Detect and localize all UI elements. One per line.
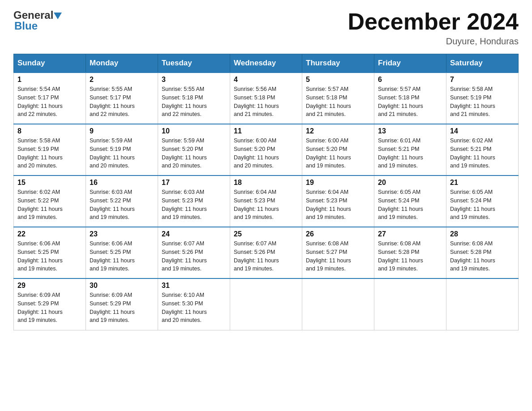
day-number: 7 [450,76,515,84]
day-number: 27 [378,230,442,238]
day-info: Sunrise: 6:02 AMSunset: 5:21 PMDaylight:… [450,137,515,170]
calendar-day-cell: 16Sunrise: 6:03 AMSunset: 5:22 PMDayligh… [86,176,158,227]
day-info: Sunrise: 6:03 AMSunset: 5:23 PMDaylight:… [162,188,226,222]
calendar-day-cell: 2Sunrise: 5:55 AMSunset: 5:17 PMDaylight… [86,73,158,124]
calendar-day-cell: 19Sunrise: 6:04 AMSunset: 5:23 PMDayligh… [302,176,374,227]
calendar-day-cell [302,278,374,330]
day-number: 16 [90,179,154,187]
calendar-day-cell: 10Sunrise: 5:59 AMSunset: 5:20 PMDayligh… [158,124,230,176]
day-info: Sunrise: 5:55 AMSunset: 5:18 PMDaylight:… [162,85,226,119]
day-number: 20 [378,179,442,187]
calendar-day-cell: 31Sunrise: 6:10 AMSunset: 5:30 PMDayligh… [158,278,230,330]
weekday-header: Monday [86,54,158,73]
day-number: 18 [234,179,298,187]
calendar-week-row: 22Sunrise: 6:06 AMSunset: 5:25 PMDayligh… [14,227,519,278]
calendar-day-cell: 9Sunrise: 5:59 AMSunset: 5:19 PMDaylight… [86,124,158,176]
calendar-day-cell: 15Sunrise: 6:02 AMSunset: 5:22 PMDayligh… [14,176,86,227]
day-info: Sunrise: 6:01 AMSunset: 5:21 PMDaylight:… [378,137,442,170]
calendar-day-cell: 25Sunrise: 6:07 AMSunset: 5:26 PMDayligh… [230,227,302,278]
calendar-day-cell: 7Sunrise: 5:58 AMSunset: 5:19 PMDaylight… [446,73,519,124]
location-text: Duyure, Honduras [348,36,519,47]
calendar-day-cell: 30Sunrise: 6:09 AMSunset: 5:29 PMDayligh… [86,278,158,330]
day-info: Sunrise: 6:07 AMSunset: 5:26 PMDaylight:… [234,240,298,273]
day-number: 15 [17,179,82,187]
calendar-day-cell: 14Sunrise: 6:02 AMSunset: 5:21 PMDayligh… [446,124,519,176]
calendar-week-row: 8Sunrise: 5:58 AMSunset: 5:19 PMDaylight… [14,124,519,176]
day-number: 24 [162,230,226,238]
calendar-day-cell: 8Sunrise: 5:58 AMSunset: 5:19 PMDaylight… [14,124,86,176]
day-info: Sunrise: 5:58 AMSunset: 5:19 PMDaylight:… [450,85,515,119]
day-info: Sunrise: 6:00 AMSunset: 5:20 PMDaylight:… [306,137,370,170]
day-number: 30 [90,282,154,290]
day-number: 28 [450,230,515,238]
calendar-day-cell: 1Sunrise: 5:54 AMSunset: 5:17 PMDaylight… [14,73,86,124]
month-title: December 2024 [348,9,519,34]
calendar-day-cell [230,278,302,330]
day-number: 9 [90,127,154,135]
day-info: Sunrise: 5:55 AMSunset: 5:17 PMDaylight:… [90,85,154,119]
logo-blue-text: Blue [13,20,38,32]
weekday-header: Wednesday [230,54,302,73]
day-number: 23 [90,230,154,238]
day-number: 2 [90,76,154,84]
day-info: Sunrise: 6:06 AMSunset: 5:25 PMDaylight:… [90,240,154,273]
weekday-header: Tuesday [158,54,230,73]
day-number: 19 [306,179,370,187]
logo-arrow-icon [54,13,62,19]
calendar-day-cell: 11Sunrise: 6:00 AMSunset: 5:20 PMDayligh… [230,124,302,176]
calendar-week-row: 29Sunrise: 6:09 AMSunset: 5:29 PMDayligh… [14,278,519,330]
calendar-day-cell: 4Sunrise: 5:56 AMSunset: 5:18 PMDaylight… [230,73,302,124]
day-info: Sunrise: 6:07 AMSunset: 5:26 PMDaylight:… [162,240,226,273]
calendar-day-cell [446,278,519,330]
day-number: 21 [450,179,515,187]
day-number: 5 [306,76,370,84]
calendar-day-cell: 12Sunrise: 6:00 AMSunset: 5:20 PMDayligh… [302,124,374,176]
day-info: Sunrise: 5:54 AMSunset: 5:17 PMDaylight:… [17,85,82,119]
calendar-day-cell: 13Sunrise: 6:01 AMSunset: 5:21 PMDayligh… [374,124,446,176]
calendar-day-cell: 18Sunrise: 6:04 AMSunset: 5:23 PMDayligh… [230,176,302,227]
day-info: Sunrise: 6:09 AMSunset: 5:29 PMDaylight:… [90,291,154,325]
day-number: 11 [234,127,298,135]
calendar-day-cell: 26Sunrise: 6:08 AMSunset: 5:27 PMDayligh… [302,227,374,278]
day-number: 13 [378,127,442,135]
day-number: 1 [17,76,82,84]
day-info: Sunrise: 6:09 AMSunset: 5:29 PMDaylight:… [17,291,82,325]
day-number: 31 [162,282,226,290]
calendar-day-cell: 21Sunrise: 6:05 AMSunset: 5:24 PMDayligh… [446,176,519,227]
day-number: 29 [17,282,82,290]
day-number: 22 [17,230,82,238]
day-info: Sunrise: 5:59 AMSunset: 5:20 PMDaylight:… [162,137,226,170]
calendar-day-cell: 6Sunrise: 5:57 AMSunset: 5:18 PMDaylight… [374,73,446,124]
calendar-week-row: 15Sunrise: 6:02 AMSunset: 5:22 PMDayligh… [14,176,519,227]
calendar-day-cell: 23Sunrise: 6:06 AMSunset: 5:25 PMDayligh… [86,227,158,278]
calendar-day-cell: 22Sunrise: 6:06 AMSunset: 5:25 PMDayligh… [14,227,86,278]
day-info: Sunrise: 6:05 AMSunset: 5:24 PMDaylight:… [378,188,442,222]
calendar-day-cell: 29Sunrise: 6:09 AMSunset: 5:29 PMDayligh… [14,278,86,330]
day-info: Sunrise: 6:08 AMSunset: 5:28 PMDaylight:… [450,240,515,273]
weekday-header: Sunday [14,54,86,73]
day-info: Sunrise: 5:56 AMSunset: 5:18 PMDaylight:… [234,85,298,119]
calendar-day-cell: 24Sunrise: 6:07 AMSunset: 5:26 PMDayligh… [158,227,230,278]
day-info: Sunrise: 6:05 AMSunset: 5:24 PMDaylight:… [450,188,515,222]
day-info: Sunrise: 6:00 AMSunset: 5:20 PMDaylight:… [234,137,298,170]
day-number: 17 [162,179,226,187]
calendar-table: SundayMondayTuesdayWednesdayThursdayFrid… [13,54,519,330]
title-section: December 2024 Duyure, Honduras [348,9,519,47]
day-number: 3 [162,76,226,84]
day-info: Sunrise: 6:10 AMSunset: 5:30 PMDaylight:… [162,291,226,325]
page-header: General Blue December 2024 Duyure, Hondu… [13,9,519,47]
day-number: 10 [162,127,226,135]
day-number: 12 [306,127,370,135]
day-number: 14 [450,127,515,135]
day-info: Sunrise: 5:59 AMSunset: 5:19 PMDaylight:… [90,137,154,170]
weekday-header: Friday [374,54,446,73]
weekday-header: Thursday [302,54,374,73]
calendar-header-row: SundayMondayTuesdayWednesdayThursdayFrid… [14,54,519,73]
day-info: Sunrise: 6:03 AMSunset: 5:22 PMDaylight:… [90,188,154,222]
day-info: Sunrise: 6:02 AMSunset: 5:22 PMDaylight:… [17,188,82,222]
day-info: Sunrise: 6:06 AMSunset: 5:25 PMDaylight:… [17,240,82,273]
calendar-day-cell: 27Sunrise: 6:08 AMSunset: 5:28 PMDayligh… [374,227,446,278]
day-info: Sunrise: 5:57 AMSunset: 5:18 PMDaylight:… [378,85,442,119]
day-number: 6 [378,76,442,84]
day-info: Sunrise: 6:08 AMSunset: 5:27 PMDaylight:… [306,240,370,273]
